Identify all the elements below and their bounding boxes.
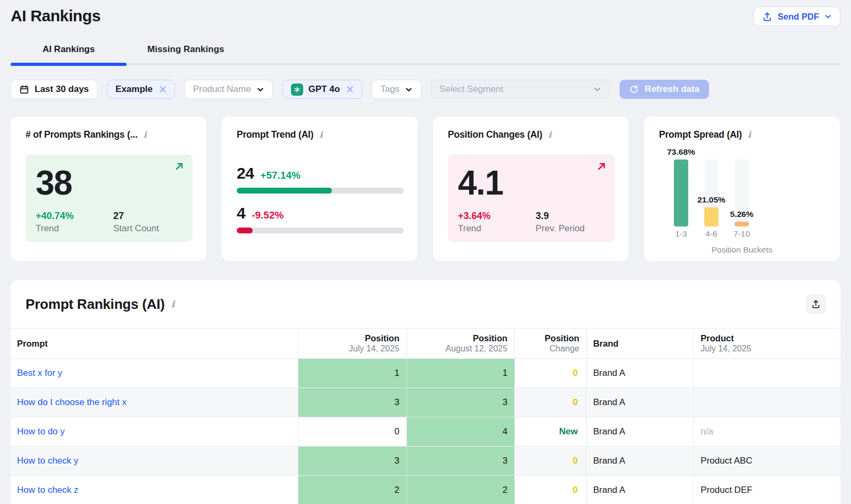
refresh-icon bbox=[629, 85, 639, 94]
page-title: AI Rankings bbox=[11, 7, 101, 25]
position-change-cell: 0 bbox=[515, 388, 587, 417]
chart-x-axis-label: Position Buckets bbox=[644, 245, 840, 255]
product-cell: Product ABC bbox=[694, 447, 840, 476]
remove-example-icon[interactable] bbox=[159, 86, 166, 93]
previous-value: 4 bbox=[237, 204, 245, 222]
bar-fill bbox=[674, 159, 688, 226]
table-row: How do I choose the right x330Brand A bbox=[11, 388, 840, 417]
bar-track bbox=[674, 159, 688, 226]
prompt-spread-card: Prompt Spread (AI) i Position Buckets 73… bbox=[644, 116, 840, 261]
chevron-down-icon bbox=[256, 86, 264, 94]
model-chip-label: GPT 4o bbox=[308, 84, 340, 95]
product-cell bbox=[694, 359, 840, 388]
date-range-button[interactable]: Last 30 days bbox=[11, 80, 97, 99]
trend-percent: +3.64% bbox=[458, 211, 536, 221]
tab-missing-rankings[interactable]: Missing Rankings bbox=[147, 44, 224, 55]
position-change-cell: 0 bbox=[515, 447, 587, 476]
table-row: How to do y04NewBrand An/a bbox=[11, 417, 840, 447]
chevron-down-icon bbox=[405, 86, 413, 94]
example-filter-chip[interactable]: Example bbox=[107, 80, 175, 99]
column-header-position-change[interactable]: Position Change bbox=[515, 329, 587, 359]
position-august-cell: 2 bbox=[406, 476, 514, 504]
prompt-link[interactable]: How do I choose the right x bbox=[11, 388, 298, 417]
tab-track bbox=[11, 63, 840, 66]
column-header-product[interactable]: Product July 14, 2025 bbox=[694, 329, 840, 359]
prompt-link[interactable]: How to check z bbox=[11, 476, 298, 504]
remove-model-icon[interactable] bbox=[346, 86, 354, 93]
prompt-rankings-table: Prompt Position July 14, 2025 Position A… bbox=[11, 328, 840, 504]
product-cell: Product DEF bbox=[694, 476, 840, 504]
chevron-down-icon bbox=[593, 85, 602, 94]
brand-cell: Brand A bbox=[587, 447, 694, 476]
brand-cell: Brand A bbox=[587, 388, 694, 417]
position-july-cell: 1 bbox=[298, 359, 406, 388]
brand-cell: Brand A bbox=[587, 417, 694, 447]
spread-bar-4-6: 21.05%4-6 bbox=[704, 159, 719, 226]
tags-label: Tags bbox=[380, 84, 399, 95]
openai-logo-icon bbox=[291, 83, 303, 96]
table-title: Prompt Rankings (AI) bbox=[26, 296, 165, 313]
prompt-link[interactable]: Best x for y bbox=[11, 359, 298, 388]
trend-label: Trend bbox=[458, 223, 536, 233]
info-icon[interactable]: i bbox=[144, 130, 147, 140]
bar-fill bbox=[735, 222, 749, 226]
position-change-cell: New bbox=[515, 417, 587, 447]
info-icon[interactable]: i bbox=[319, 130, 322, 140]
product-cell: n/a bbox=[694, 417, 840, 447]
brand-cell: Brand A bbox=[587, 359, 694, 388]
bar-track bbox=[704, 159, 719, 226]
export-button[interactable] bbox=[806, 295, 825, 314]
tags-dropdown[interactable]: Tags bbox=[372, 80, 421, 99]
filter-bar: Last 30 days Example Product Name GPT 4o bbox=[11, 80, 840, 99]
upload-icon bbox=[762, 12, 772, 22]
previous-trend-group: 4 -9.52% bbox=[237, 204, 404, 222]
bar-category-label: 7-10 bbox=[733, 229, 750, 239]
previous-percent: -9.52% bbox=[252, 209, 283, 221]
segment-placeholder: Select Segment bbox=[439, 84, 503, 95]
column-header-brand[interactable]: Brand bbox=[587, 329, 694, 359]
info-icon[interactable]: i bbox=[171, 299, 174, 309]
info-icon[interactable]: i bbox=[548, 130, 552, 140]
position-august-cell: 4 bbox=[406, 417, 514, 447]
position-july-cell: 3 bbox=[298, 388, 406, 417]
prompts-rankings-card: # of Prompts Rankings (... i 38 +40.74% … bbox=[11, 116, 206, 261]
bar-fill bbox=[704, 207, 719, 226]
chevron-down-icon bbox=[824, 13, 832, 20]
current-trend-group: 24 +57.14% bbox=[237, 164, 404, 182]
spread-bar-7-10: 5.26%7-10 bbox=[735, 159, 749, 226]
position-changes-stat-box: 4.1 +3.64% Trend 3.9 Prev. Period bbox=[448, 154, 615, 242]
start-count-value: 27 bbox=[113, 211, 159, 221]
bar-category-label: 1-3 bbox=[675, 229, 687, 239]
model-filter-chip[interactable]: GPT 4o bbox=[282, 80, 363, 99]
column-header-position-august[interactable]: Position August 12, 2025 bbox=[406, 329, 514, 359]
table-header-row: Prompt Position July 14, 2025 Position A… bbox=[11, 329, 840, 359]
topbar: AI Rankings Send PDF bbox=[0, 0, 851, 26]
position-change-cell: 0 bbox=[515, 476, 587, 504]
tab-ai-rankings[interactable]: AI Rankings bbox=[11, 44, 127, 55]
position-july-cell: 2 bbox=[298, 476, 406, 504]
prompts-rankings-value: 38 bbox=[36, 166, 182, 200]
prompt-link[interactable]: How to check y bbox=[11, 447, 298, 476]
segment-select[interactable]: Select Segment bbox=[431, 80, 610, 99]
bar-value-label: 21.05% bbox=[697, 195, 725, 205]
send-pdf-button[interactable]: Send PDF bbox=[754, 7, 840, 26]
table-row: Best x for y110Brand A bbox=[11, 359, 840, 388]
position-august-cell: 3 bbox=[406, 447, 514, 476]
refresh-data-button[interactable]: Refresh data bbox=[620, 80, 709, 99]
ai-rankings-page: AI Rankings Send PDF AI Rankings Missing… bbox=[0, 0, 851, 504]
start-count-label: Start Count bbox=[113, 223, 159, 233]
current-percent: +57.14% bbox=[260, 170, 301, 181]
position-august-cell: 1 bbox=[406, 359, 514, 388]
tab-active-indicator bbox=[11, 63, 127, 66]
prompt-link[interactable]: How to do y bbox=[11, 417, 298, 447]
column-header-position-july[interactable]: Position July 14, 2025 bbox=[298, 329, 406, 359]
table-row: How to check z220Brand AProduct DEF bbox=[11, 476, 840, 504]
trend-up-arrow-icon bbox=[596, 161, 607, 172]
position-changes-value: 4.1 bbox=[458, 166, 605, 200]
trend-label: Trend bbox=[36, 223, 113, 233]
bar-value-label: 5.26% bbox=[730, 209, 754, 219]
product-name-dropdown[interactable]: Product Name bbox=[185, 80, 273, 99]
example-chip-label: Example bbox=[115, 84, 153, 95]
column-header-prompt[interactable]: Prompt bbox=[11, 329, 298, 359]
position-july-cell: 0 bbox=[298, 417, 406, 447]
